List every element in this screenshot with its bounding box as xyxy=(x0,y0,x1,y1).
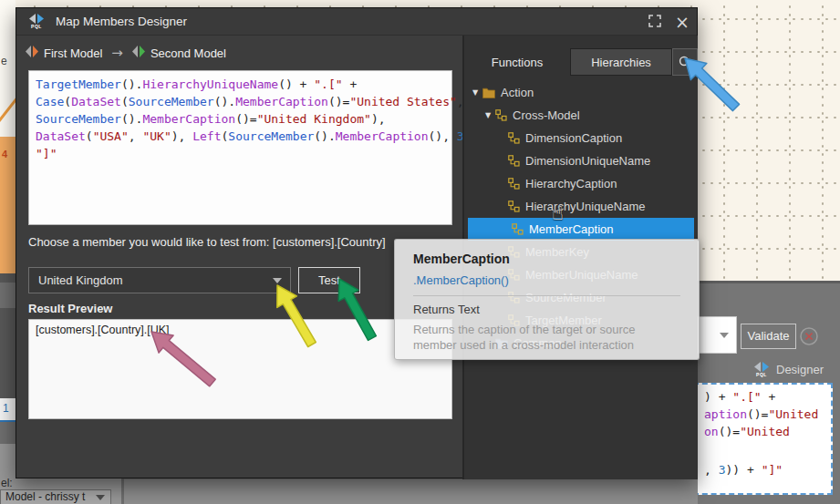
search-button[interactable] xyxy=(672,48,698,76)
test-member-dropdown[interactable]: United Kingdom xyxy=(28,267,291,293)
second-model-label: Second Model xyxy=(150,46,226,60)
test-button[interactable]: Test xyxy=(298,267,360,293)
tree-item-label: DimensionUniqueName xyxy=(525,154,650,168)
designer-label-row: PQL Designer xyxy=(752,361,824,377)
pql-expression-editor[interactable]: TargetMember().HierarchyUniqueName() + "… xyxy=(28,70,452,225)
pql-logo-icon: PQL xyxy=(752,362,772,377)
expand-arrow-icon[interactable]: ▼ xyxy=(470,88,481,97)
search-icon xyxy=(679,56,692,69)
bottom-bar-divider xyxy=(121,478,124,504)
tree-item-label: Action xyxy=(501,86,534,99)
test-member-prompt: Choose a member you would like to test f… xyxy=(28,235,386,249)
result-preview-value: [customers].[Country].[UK] xyxy=(36,324,170,336)
tree-item-label: HierarchyUniqueName xyxy=(525,200,646,213)
bottom-bar-right xyxy=(124,478,698,504)
tree-item-action[interactable]: ▼Action xyxy=(464,81,698,104)
designer-label: Designer xyxy=(776,363,824,376)
tree-item-cross-model[interactable]: ▼Cross-Model xyxy=(464,104,698,127)
function-icon xyxy=(508,132,520,144)
tree-item-label: HierarchyCaption xyxy=(525,177,617,190)
tree-item-label: DimensionCaption xyxy=(525,131,622,145)
model-dropdown-value: Model - chrissy t xyxy=(5,490,85,503)
background-code-top: ) + ".[" +aption()="Unitedon()="United xyxy=(704,388,818,440)
pql-logo-icon: PQL xyxy=(26,14,47,29)
tab-hierarchies[interactable]: Hierarchies xyxy=(570,48,672,76)
result-preview-box: [customers].[Country].[UK] xyxy=(28,319,452,419)
tooltip-description: Returns the caption of the target or sou… xyxy=(413,322,680,353)
chevron-down-icon xyxy=(96,495,105,500)
tree-item-label: Cross-Model xyxy=(513,108,580,122)
left-strip-text-fragment: e xyxy=(1,55,7,67)
test-member-dropdown-value: United Kingdom xyxy=(38,273,123,287)
left-strip-grey2 xyxy=(0,444,16,478)
screen: e 4 1 Validate PQL Designer ) + ".[" +ap… xyxy=(0,0,840,504)
tooltip-signature: .MemberCaption() xyxy=(413,273,680,287)
chevron-down-icon xyxy=(720,333,729,338)
folder-icon xyxy=(482,87,495,98)
tree-item-hierarchyuniquename[interactable]: HierarchyUniqueName xyxy=(464,195,698,218)
dialog-titlebar[interactable]: PQL Map Members Designer × xyxy=(16,8,697,36)
tab-functions[interactable]: Functions xyxy=(464,48,570,76)
tree-item-dimensioncaption[interactable]: DimensionCaption xyxy=(464,127,698,149)
clear-validation-icon[interactable] xyxy=(799,326,819,346)
tooltip-divider xyxy=(413,295,680,296)
arrow-right-icon: → xyxy=(111,45,123,61)
tooltip-returns: Returns Text xyxy=(413,303,680,316)
tooltip-title: MemberCaption xyxy=(413,252,680,266)
model-label-fragment: el: xyxy=(1,477,13,489)
dialog-title: Map Members Designer xyxy=(56,15,187,28)
tree-item-hierarchycaption[interactable]: HierarchyCaption xyxy=(464,172,698,195)
chevron-down-icon xyxy=(273,278,282,283)
tree-item-dimensionuniquename[interactable]: DimensionUniqueName xyxy=(464,149,698,172)
left-strip-dark-light xyxy=(0,283,16,308)
first-model-icon xyxy=(26,46,38,60)
expand-arrow-icon[interactable]: ▼ xyxy=(482,111,493,119)
tree-item-membercaption[interactable]: MemberCaption xyxy=(468,218,694,241)
background-code-bottom: , 3)) + "]" xyxy=(704,461,783,478)
panel-tabstrip: Functions Hierarchies xyxy=(464,48,698,76)
function-icon xyxy=(495,109,507,121)
close-icon[interactable]: × xyxy=(675,14,690,31)
model-dropdown[interactable]: Model - chrissy t xyxy=(0,489,111,504)
second-model-icon xyxy=(132,46,145,60)
result-preview-label: Result Preview xyxy=(28,302,113,315)
hand-cursor-icon: ☝ xyxy=(552,202,564,224)
validate-button[interactable]: Validate xyxy=(741,324,796,349)
left-strip-grey xyxy=(0,422,16,444)
first-model-label: First Model xyxy=(44,46,102,60)
function-tooltip: MemberCaption .MemberCaption() Returns T… xyxy=(394,239,700,360)
function-icon xyxy=(508,178,520,190)
model-mapping-header: First Model → Second Model xyxy=(16,36,462,69)
tree-item-label: MemberCaption xyxy=(529,222,614,236)
left-strip-number: 4 xyxy=(2,149,7,159)
left-strip-tab: 1 xyxy=(0,398,16,422)
function-icon xyxy=(512,223,524,235)
maximize-icon[interactable] xyxy=(648,14,662,31)
function-icon xyxy=(508,155,520,167)
function-icon xyxy=(508,201,520,212)
